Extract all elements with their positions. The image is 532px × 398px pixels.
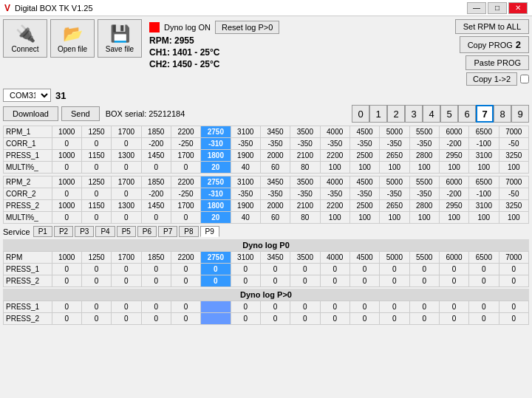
row-label-press-2: PRESS_2 [4,275,52,287]
connect-icon: 🔌 [16,24,35,44]
service-tab-p1[interactable]: P1 [33,226,52,237]
cell: 0 [141,275,171,287]
cell: 1000 [52,126,81,138]
cell: 0 [320,313,349,325]
cell: 0 [439,264,468,275]
minimize-button[interactable]: — [467,2,486,14]
cell: -350 [409,188,439,200]
service-tab-p8[interactable]: P8 [179,226,198,237]
connect-button[interactable]: 🔌 Connect [3,19,47,58]
num-tab-7[interactable]: 7 [476,105,494,123]
cell: 100 [469,162,499,174]
num-tab-5[interactable]: 5 [440,105,458,123]
service-tab-p7[interactable]: P7 [158,226,177,237]
num-tab-8[interactable]: 8 [494,105,511,123]
title-bar: V Digital BOX TK V1.25 — □ ✕ [0,0,532,16]
cell: 0 [141,212,171,224]
reset-log-button[interactable]: Reset log P>0 [215,21,279,34]
send-button[interactable]: Send [61,106,100,121]
service-tab-p6[interactable]: P6 [137,226,157,237]
cell: 2650 [380,200,409,212]
cell: 100 [409,162,439,174]
num-tab-2[interactable]: 2 [387,105,405,123]
cell: -350 [409,138,439,150]
cell: 0 [52,301,81,313]
cell: 2200 [171,126,200,138]
cell: 5000 [380,176,409,188]
num-tab-9[interactable]: 9 [511,105,529,123]
cell: 40 [231,212,260,224]
cell: 0 [349,264,379,275]
cell: 5500 [409,252,439,264]
cell: 2750 [201,176,231,188]
cell: 1450 [141,200,171,212]
service-tab-p2[interactable]: P2 [54,226,73,237]
cell: 2950 [439,200,468,212]
service-tab-p5[interactable]: P5 [117,226,136,237]
cell: 6000 [439,126,468,138]
download-button[interactable]: Download [3,106,58,121]
cell: 3100 [469,200,499,212]
row-label-press-2: PRESS_2 [4,200,52,212]
service-tab-p9[interactable]: P9 [200,226,219,237]
cell: 0 [112,313,141,325]
cell: 1850 [141,176,171,188]
cell: 0 [260,301,290,313]
cell: 0 [290,301,320,313]
rpm-status: RPM: 2955 [149,35,194,46]
close-button[interactable]: ✕ [508,2,528,14]
cell: 60 [260,212,290,224]
cell: 100 [320,212,349,224]
middle-row: Download Send BOX serial: 25212184 01234… [3,105,529,123]
num-tab-1[interactable]: 1 [369,105,387,123]
save-file-icon: 💾 [110,24,130,44]
cell: 1000 [52,176,81,188]
cell: 0 [171,275,200,287]
cell: 4000 [320,252,349,264]
row-label: PRESS_1 [4,301,52,313]
cell: -350 [320,188,349,200]
cell: 100 [499,212,529,224]
ch1-status: CH1: 1401 - 25°C [149,47,220,58]
cell: 0 [141,162,171,174]
cell: 0 [112,162,141,174]
num-tab-3[interactable]: 3 [405,105,423,123]
row-label-press-1: PRESS_1 [4,264,52,275]
cell: 0 [52,264,81,275]
paste-prog-button[interactable]: Paste PROG [466,55,529,70]
service-tab-p3[interactable]: P3 [75,226,94,237]
cell: 3250 [499,150,529,162]
cell: 100 [320,162,349,174]
cell: 3500 [290,176,320,188]
cell: 0 [439,313,468,325]
save-file-button[interactable]: 💾 Save file [98,19,142,58]
num-tab-6[interactable]: 6 [458,105,476,123]
cell: 2000 [260,150,290,162]
cell: 6000 [439,176,468,188]
cell: -350 [260,188,290,200]
cell: 2650 [380,150,409,162]
cell: 4500 [349,176,379,188]
cell: 6500 [469,126,499,138]
open-file-button[interactable]: 📂 Open file [50,19,95,58]
num-tab-0[interactable]: 0 [352,105,369,123]
copy-1-2-button[interactable]: Copy 1->2 [466,72,517,86]
cell: -200 [141,188,171,200]
cell: 6500 [469,176,499,188]
com-select[interactable]: COM31 [3,89,51,102]
copy-prog-button[interactable]: Copy PROG 2 [460,36,529,53]
prog-num: 2 [516,39,521,50]
copy-checkbox[interactable] [520,75,529,83]
cell: -100 [469,138,499,150]
num-tab-4[interactable]: 4 [423,105,440,123]
cell: 0 [499,275,529,287]
cell: 0 [52,188,81,200]
cell: 0 [171,264,200,275]
com-row: COM31 31 [3,89,529,102]
cell: 0 [141,264,171,275]
cell: 1300 [112,150,141,162]
main-content: 🔌 Connect 📂 Open file 💾 Save file Dyno l… [0,16,532,328]
maximize-button[interactable]: □ [488,2,507,14]
set-rpm-all-button[interactable]: Set RPM to ALL [455,19,529,34]
service-tab-p4[interactable]: P4 [95,226,115,237]
